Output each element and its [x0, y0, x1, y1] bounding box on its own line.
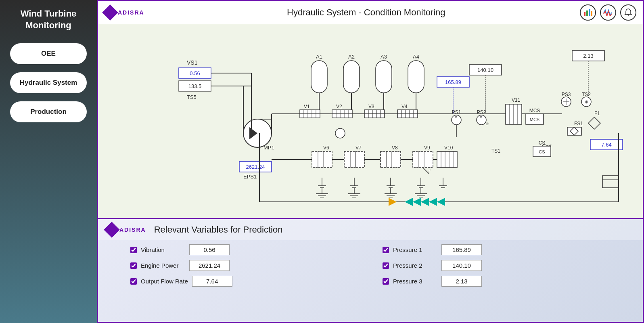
svg-text:V10: V10 [444, 145, 453, 151]
pressure2-checkbox[interactable] [383, 262, 389, 269]
svg-text:MCS: MCS [529, 108, 540, 113]
vibration-label: Vibration [141, 246, 185, 253]
adisra-logo-text-top: ADISRA [118, 9, 144, 16]
variable-engine-power: Engine Power 2621.24 [130, 260, 366, 271]
svg-text:FS1: FS1 [574, 121, 583, 126]
svg-rect-0 [584, 12, 585, 16]
vs1-val1: 0.56 [190, 70, 200, 76]
svg-text:V11: V11 [512, 97, 521, 103]
top-panel: ADISRA Hydraulic System - Condition Moni… [98, 1, 643, 219]
bell-icon[interactable] [620, 4, 636, 21]
eps1-val: 2621.24 [246, 164, 265, 170]
nav-production-button[interactable]: Production [10, 101, 87, 122]
svg-rect-70 [437, 151, 457, 168]
svg-text:PS3: PS3 [562, 92, 571, 97]
output-flow-value: 7.64 [192, 276, 232, 287]
pressure1-value: 165.89 [441, 244, 482, 255]
sidebar-title: Wind TurbineMonitoring [21, 8, 77, 31]
svg-text:PS2: PS2 [477, 109, 486, 115]
wave-icon[interactable] [600, 4, 616, 21]
svg-rect-23 [376, 61, 392, 93]
variable-pressure3: Pressure 3 2.13 [383, 276, 619, 287]
svg-text:A2: A2 [348, 54, 355, 60]
adisra-logo-top: ADISRA [105, 7, 144, 18]
svg-rect-86 [344, 151, 364, 168]
ts5-label: TS5 [187, 94, 197, 100]
pressure2-val: 140.10 [477, 67, 493, 73]
variable-pressure1: Pressure 1 165.89 [383, 244, 619, 255]
svg-text:⊕: ⊕ [585, 99, 588, 104]
variables-grid: Vibration 0.56 Pressure 1 165.89 Engine … [98, 240, 643, 295]
svg-rect-79 [312, 151, 332, 168]
variables-title: Relevant Variables for Prediction [154, 224, 283, 235]
svg-rect-135 [567, 127, 581, 135]
adisra-logo-text-bottom: ADISRA [119, 227, 146, 233]
vibration-value: 0.56 [189, 244, 230, 255]
sidebar: Wind TurbineMonitoring OEE Hydraulic Sys… [0, 0, 97, 323]
svg-text:V7: V7 [355, 145, 362, 151]
engine-power-label: Engine Power [141, 262, 185, 269]
flow-val: 7.64 [601, 142, 611, 148]
bottom-panel: ADISRA Relevant Variables for Prediction… [98, 219, 643, 322]
diagram-title: Hydraulic System - Condition Monitoring [153, 7, 580, 18]
pressure3-val: 2.13 [583, 53, 593, 59]
svg-rect-6 [98, 24, 643, 218]
logo-diamond-bottom-icon [104, 222, 120, 238]
main-area: ADISRA Hydraulic System - Condition Moni… [97, 0, 644, 323]
svg-text:MCS: MCS [530, 117, 539, 122]
variable-output-flow: Output Flow Rate 7.64 [130, 276, 366, 287]
svg-text:×: × [480, 115, 482, 120]
svg-text:CS: CS [539, 149, 545, 154]
svg-rect-20 [343, 61, 360, 93]
top-icons [580, 4, 636, 21]
svg-rect-17 [311, 61, 327, 93]
engine-power-checkbox[interactable] [130, 262, 137, 269]
svg-rect-100 [413, 151, 433, 168]
svg-text:F1: F1 [594, 111, 600, 116]
pressure2-label: Pressure 2 [393, 262, 437, 269]
svg-text:⊕: ⊕ [485, 122, 489, 126]
svg-rect-26 [408, 61, 424, 93]
svg-text:V4: V4 [401, 104, 408, 109]
svg-text:V6: V6 [323, 145, 329, 151]
output-flow-label: Output Flow Rate [141, 278, 188, 285]
svg-rect-2 [589, 9, 590, 16]
hydraulic-diagram-svg: VS1 0.56 133.5 TS5 MP1 A1 [98, 24, 643, 218]
mp1-label: MP1 [263, 145, 274, 151]
variable-pressure2: Pressure 2 140.10 [383, 260, 619, 271]
pressure3-checkbox[interactable] [383, 278, 389, 285]
svg-text:A3: A3 [381, 54, 387, 60]
pressure1-label: Pressure 1 [393, 246, 437, 253]
pressure1-checkbox[interactable] [383, 247, 389, 253]
svg-rect-3 [591, 11, 592, 16]
output-flow-checkbox[interactable] [130, 278, 137, 285]
logo-diamond-icon [102, 4, 118, 21]
svg-rect-93 [381, 151, 401, 168]
vs1-label: VS1 [187, 59, 198, 66]
pressure2-value: 140.10 [441, 260, 482, 271]
svg-text:V9: V9 [424, 145, 430, 151]
svg-point-55 [335, 128, 345, 138]
svg-text:V1: V1 [304, 104, 310, 109]
svg-text:TS2: TS2 [582, 92, 591, 97]
adisra-logo-bottom: ADISRA [106, 224, 146, 235]
svg-text:V3: V3 [368, 104, 374, 109]
variable-vibration: Vibration 0.56 [130, 244, 366, 255]
nav-hydraulic-button[interactable]: Hydraulic System [10, 72, 87, 93]
pressure1-val: 165.89 [445, 79, 461, 85]
svg-text:V2: V2 [336, 104, 342, 109]
engine-power-value: 2621.24 [189, 260, 230, 271]
nav-oee-button[interactable]: OEE [10, 43, 87, 64]
svg-rect-1 [586, 10, 588, 16]
bottom-header: ADISRA Relevant Variables for Prediction [98, 219, 643, 240]
eps1-label: EPS1 [243, 174, 257, 180]
vibration-checkbox[interactable] [130, 247, 137, 253]
pressure3-label: Pressure 3 [393, 278, 437, 285]
svg-text:A4: A4 [413, 54, 419, 60]
bar-chart-icon[interactable] [580, 4, 596, 21]
pressure3-value: 2.13 [441, 276, 482, 287]
svg-text:V8: V8 [392, 145, 398, 151]
vs1-val2: 133.5 [188, 83, 202, 89]
diagram-area: VS1 0.56 133.5 TS5 MP1 A1 [98, 24, 643, 218]
svg-text:A1: A1 [316, 54, 322, 60]
